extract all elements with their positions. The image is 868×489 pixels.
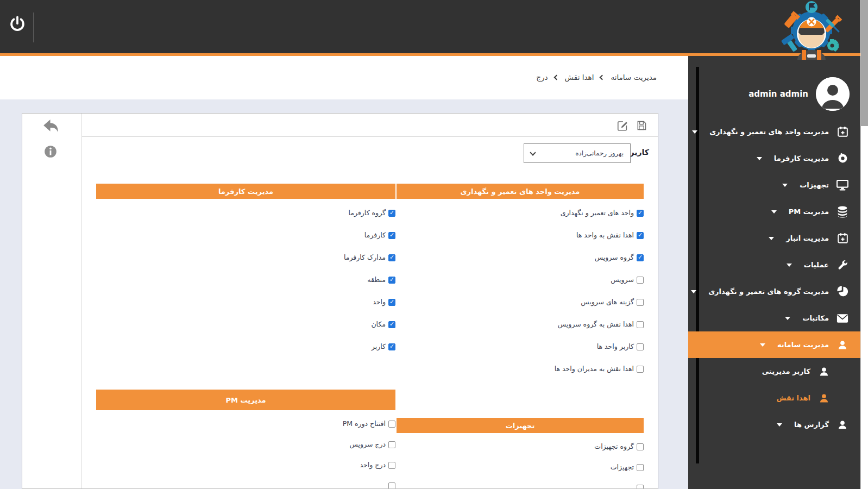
checkbox-label: مدارک کارفرما xyxy=(344,253,386,263)
sidebar-menu-item[interactable]: مدیریت PM xyxy=(688,198,868,225)
permission-row[interactable]: کارفرما xyxy=(96,224,395,247)
user-icon xyxy=(836,419,848,431)
section-header: مدیریت PM xyxy=(96,390,395,410)
checkbox[interactable] xyxy=(637,443,644,450)
permission-row[interactable]: گزینه های سرویس xyxy=(397,291,644,314)
sidebar-menu-item[interactable]: مدیریت انبار xyxy=(688,225,868,252)
header-separator xyxy=(34,12,34,42)
checkbox-label: کارفرما xyxy=(364,230,386,241)
checkbox-label: اهدا نقش به مدیران واحد ها xyxy=(555,364,634,374)
user-select[interactable]: بهروز رحمانی‌زاده xyxy=(524,143,631,163)
checkbox[interactable] xyxy=(388,343,395,350)
sidebar-item-label: مدیریت PM xyxy=(789,208,829,216)
calendar-plus-icon xyxy=(836,233,848,244)
checkbox[interactable] xyxy=(388,441,395,448)
user-icon xyxy=(836,339,848,351)
caret-down-icon xyxy=(769,237,774,240)
checkbox[interactable] xyxy=(637,210,644,217)
permission-row[interactable]: گروه سرویس xyxy=(397,247,644,269)
sidebar-menu-item[interactable]: مدیریت گروه های تعمیر و نگهداری xyxy=(688,278,868,305)
user-avatar-icon[interactable] xyxy=(816,77,850,111)
page-scrollbar[interactable] xyxy=(860,0,868,489)
permission-row[interactable]: اهدا نقش به گروه سرویس xyxy=(397,314,644,336)
breadcrumb-item-role[interactable]: اهدا نقش xyxy=(565,73,594,82)
permission-row[interactable]: گروه کارفرما xyxy=(96,202,395,224)
sidebar-menu-item[interactable]: مدیریت واحد های تعمیر و نگهداری xyxy=(688,118,868,145)
checkbox[interactable] xyxy=(637,277,644,284)
sidebar-item-label: مدیریت سامانه xyxy=(777,341,829,349)
permission-row[interactable]: گروه تجهیزات xyxy=(397,436,644,457)
envelope-icon xyxy=(836,312,848,324)
scrollbar-thumb[interactable] xyxy=(861,0,868,126)
checkbox[interactable] xyxy=(637,343,644,350)
sidebar-menu-item[interactable]: مکاتبات xyxy=(688,305,868,331)
checkbox-list: گروه کارفرما کارفرما مدارک کارفرما منطقه xyxy=(96,199,395,358)
sidebar-menu-item[interactable]: کاربر مدیریتی xyxy=(688,358,868,385)
permission-row[interactable]: کاربر واحد ها xyxy=(397,336,644,358)
permission-row[interactable]: کاربر xyxy=(96,336,395,358)
checkbox-list: افتتاح دوره PM درج سرویس درج واحد xyxy=(96,410,395,489)
caret-down-icon xyxy=(785,317,790,320)
caret-down-icon xyxy=(692,130,697,134)
breadcrumb-band: مدیریت سامانه اهدا نقش درج xyxy=(0,56,688,99)
permission-row[interactable]: واحد xyxy=(96,291,395,314)
monitor-icon xyxy=(836,179,848,191)
sidebar: admin admin مدیریت واحد های تعمیر و نگهد… xyxy=(688,56,868,489)
edit-icon[interactable] xyxy=(617,120,628,131)
checkbox[interactable] xyxy=(637,321,644,328)
section-maintenance-units: مدیریت واحد های تعمیر و نگهداری واحد های… xyxy=(397,184,644,380)
checkbox-label: گروه کارفرما xyxy=(348,208,386,218)
checkbox[interactable] xyxy=(637,485,644,489)
checkbox[interactable] xyxy=(637,254,644,261)
sidebar-menu-item[interactable]: عملیات xyxy=(688,252,868,278)
info-icon[interactable] xyxy=(43,145,58,159)
permission-row[interactable]: منطقه xyxy=(96,269,395,291)
save-icon[interactable] xyxy=(636,120,647,131)
checkbox[interactable] xyxy=(388,210,395,217)
checkbox[interactable] xyxy=(637,299,644,306)
checkbox[interactable] xyxy=(388,482,395,489)
left-action-rail xyxy=(22,114,81,488)
section-header: مدیریت واحد های تعمیر و نگهداری xyxy=(397,184,644,199)
checkbox[interactable] xyxy=(388,321,395,328)
checkbox-label: اهدا نقش به واحد ها xyxy=(576,230,634,241)
back-arrow-icon[interactable] xyxy=(40,118,62,135)
permission-row[interactable]: سرویس xyxy=(397,269,644,291)
checkbox[interactable] xyxy=(637,366,644,373)
chevron-left-icon xyxy=(553,74,559,80)
sidebar-menu-item[interactable]: مدیریت کارفرما xyxy=(688,145,868,172)
checkbox[interactable] xyxy=(637,232,644,239)
permission-row[interactable]: اهدا نقش به مدیران واحد ها xyxy=(397,358,644,380)
checkbox[interactable] xyxy=(388,277,395,284)
permission-row[interactable] xyxy=(397,478,644,489)
permission-row[interactable] xyxy=(96,475,395,489)
caret-down-icon xyxy=(760,343,765,347)
permission-row[interactable]: درج سرویس xyxy=(96,434,395,455)
sidebar-menu-item[interactable]: اهدا نقش xyxy=(688,385,868,411)
checkbox[interactable] xyxy=(637,464,644,471)
sidebar-menu-item[interactable]: تجهیزات xyxy=(688,172,868,198)
permission-row[interactable]: درج واحد xyxy=(96,455,395,475)
chevron-left-icon xyxy=(600,74,605,80)
sidebar-menu: مدیریت واحد های تعمیر و نگهداری مدیریت ک… xyxy=(688,118,868,438)
sidebar-menu-item[interactable]: مدیریت سامانه xyxy=(688,331,868,358)
sidebar-item-label: مدیریت کارفرما xyxy=(774,154,829,162)
permission-row[interactable]: اهدا نقش به واحد ها xyxy=(397,224,644,247)
sidebar-item-label: مدیریت گروه های تعمیر و نگهداری xyxy=(708,287,829,296)
checkbox[interactable] xyxy=(388,299,395,306)
breadcrumb-item-system[interactable]: مدیریت سامانه xyxy=(611,73,657,82)
checkbox[interactable] xyxy=(388,421,395,428)
permission-row[interactable]: مدارک کارفرما xyxy=(96,247,395,269)
permission-row[interactable]: مکان xyxy=(96,314,395,336)
mechanic-logo-icon xyxy=(776,0,846,60)
sidebar-menu-item[interactable]: گزارش ها xyxy=(688,411,868,438)
permission-row[interactable]: تجهیزات xyxy=(397,457,644,478)
checkbox-label: گزینه های سرویس xyxy=(581,297,634,308)
checkbox[interactable] xyxy=(388,232,395,239)
permission-row[interactable]: افتتاح دوره PM xyxy=(96,413,395,434)
checkbox[interactable] xyxy=(388,254,395,261)
permission-row[interactable]: واحد های تعمیر و نگهداری xyxy=(397,202,644,224)
power-icon[interactable] xyxy=(9,15,26,33)
user-select-value: بهروز رحمانی‌زاده xyxy=(535,149,624,157)
checkbox[interactable] xyxy=(388,462,395,469)
